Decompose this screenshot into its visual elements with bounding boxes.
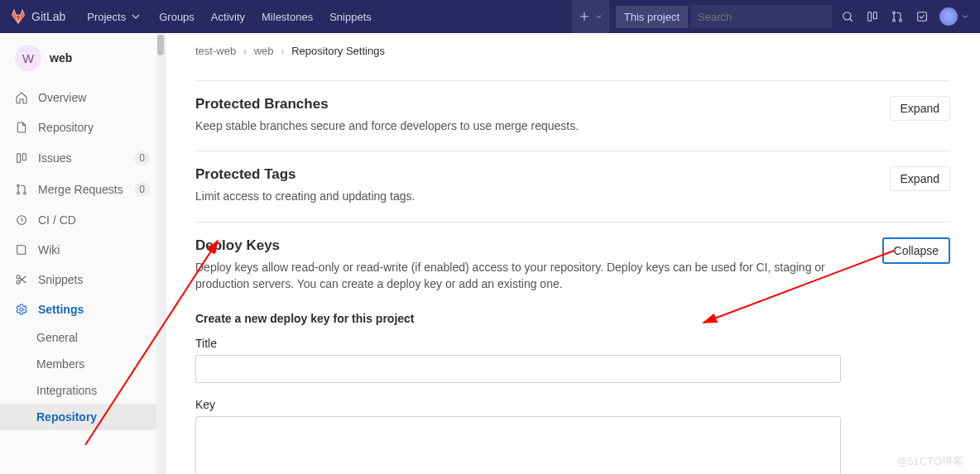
nav-activity[interactable]: Activity bbox=[203, 0, 253, 33]
nav-milestones[interactable]: Milestones bbox=[253, 0, 321, 33]
project-avatar: W bbox=[15, 45, 41, 71]
search-scope[interactable]: This project bbox=[616, 6, 688, 28]
expand-button[interactable]: Expand bbox=[890, 166, 950, 191]
search-icon bbox=[841, 10, 854, 23]
svg-point-4 bbox=[893, 19, 896, 22]
section-title: Deploy Keys bbox=[195, 237, 841, 254]
svg-point-11 bbox=[24, 192, 26, 194]
sidebar: W web Overview Repository Issues0 Merge … bbox=[0, 33, 166, 474]
section-title: Protected Branches bbox=[195, 96, 579, 113]
title-label: Title bbox=[195, 337, 950, 350]
section-desc: Deploy keys allow read-only or read-writ… bbox=[195, 259, 841, 293]
sidebar-project-header[interactable]: W web bbox=[0, 33, 165, 83]
cicd-icon bbox=[15, 213, 28, 227]
breadcrumb: test-web › web › Repository Settings bbox=[195, 45, 950, 57]
search-box bbox=[691, 5, 832, 28]
content-area: test-web › web › Repository Settings Pro… bbox=[166, 33, 980, 474]
nav-projects[interactable]: Projects bbox=[79, 0, 151, 33]
section-protected-branches: Protected Branches Keep stable branches … bbox=[195, 80, 950, 151]
gitlab-icon bbox=[10, 8, 26, 25]
svg-rect-7 bbox=[17, 154, 21, 163]
home-icon bbox=[15, 91, 28, 104]
sidebar-scrollbar[interactable] bbox=[156, 33, 165, 474]
section-deploy-keys: Deploy Keys Deploy keys allow read-only … bbox=[195, 222, 950, 474]
nav-groups[interactable]: Groups bbox=[151, 0, 203, 33]
key-label: Key bbox=[195, 398, 950, 411]
brand-text: GitLab bbox=[31, 10, 65, 23]
chevron-down-icon bbox=[129, 10, 142, 23]
mr-badge: 0 bbox=[134, 182, 150, 197]
watermark: @51CTO博客 bbox=[896, 454, 963, 469]
svg-point-15 bbox=[20, 308, 23, 311]
book-icon bbox=[15, 243, 28, 256]
scissors-icon bbox=[15, 273, 28, 286]
form-header: Create a new deploy key for this project bbox=[195, 312, 950, 325]
merge-request-icon bbox=[891, 10, 904, 23]
collapse-button[interactable]: Collapse bbox=[882, 237, 950, 264]
sidebar-sub-general[interactable]: General bbox=[0, 324, 165, 351]
svg-point-0 bbox=[843, 12, 851, 20]
todo-icon bbox=[915, 10, 929, 23]
nav-mr-icon[interactable] bbox=[885, 10, 910, 23]
expand-button[interactable]: Expand bbox=[890, 96, 950, 121]
top-nav: GitLab Projects Groups Activity Mileston… bbox=[0, 0, 980, 33]
section-title: Protected Tags bbox=[195, 166, 415, 183]
sidebar-item-repository[interactable]: Repository bbox=[0, 113, 165, 142]
sidebar-item-settings[interactable]: Settings bbox=[0, 294, 165, 324]
breadcrumb-project[interactable]: web bbox=[254, 45, 274, 57]
svg-point-9 bbox=[17, 184, 20, 187]
file-icon bbox=[15, 121, 28, 134]
svg-point-13 bbox=[17, 275, 20, 279]
sidebar-item-overview[interactable]: Overview bbox=[0, 83, 165, 113]
project-name: web bbox=[50, 51, 72, 65]
chevron-down-icon bbox=[960, 10, 970, 23]
key-textarea[interactable] bbox=[195, 416, 841, 474]
search-input[interactable] bbox=[698, 11, 825, 23]
sidebar-sub-repository[interactable]: Repository bbox=[0, 404, 165, 430]
nav-issues-icon[interactable] bbox=[860, 10, 885, 23]
nav-snippets[interactable]: Snippets bbox=[321, 0, 380, 33]
sidebar-item-snippets[interactable]: Snippets bbox=[0, 265, 165, 294]
search-button[interactable] bbox=[835, 10, 860, 23]
search-area: This project bbox=[616, 0, 860, 33]
gear-icon bbox=[15, 303, 28, 316]
sidebar-item-wiki[interactable]: Wiki bbox=[0, 235, 165, 265]
svg-rect-8 bbox=[22, 154, 26, 160]
user-avatar[interactable] bbox=[939, 7, 958, 26]
sidebar-item-issues[interactable]: Issues0 bbox=[0, 142, 165, 174]
section-desc: Keep stable branches secure and force de… bbox=[195, 117, 579, 134]
svg-point-5 bbox=[900, 19, 902, 22]
chevron-down-icon bbox=[594, 10, 603, 23]
sidebar-item-cicd[interactable]: CI / CD bbox=[0, 205, 165, 235]
breadcrumb-current: Repository Settings bbox=[291, 45, 385, 57]
title-input[interactable] bbox=[195, 355, 841, 383]
svg-point-3 bbox=[893, 12, 896, 14]
svg-rect-6 bbox=[918, 12, 927, 22]
issues-badge: 0 bbox=[134, 151, 150, 165]
sidebar-item-merge-requests[interactable]: Merge Requests0 bbox=[0, 174, 165, 205]
sidebar-sub-members[interactable]: Members bbox=[0, 351, 165, 377]
sidebar-sub-integrations[interactable]: Integrations bbox=[0, 377, 165, 404]
svg-rect-2 bbox=[873, 12, 877, 19]
section-desc: Limit access to creating and updating ta… bbox=[195, 188, 415, 204]
merge-request-icon bbox=[15, 183, 28, 196]
svg-point-10 bbox=[17, 192, 20, 194]
board-icon bbox=[866, 10, 879, 23]
new-dropdown-button[interactable] bbox=[572, 0, 609, 33]
breadcrumb-root[interactable]: test-web bbox=[195, 45, 236, 57]
plus-icon bbox=[578, 10, 591, 23]
section-protected-tags: Protected Tags Limit access to creating … bbox=[195, 151, 950, 221]
nav-todos-icon[interactable] bbox=[910, 10, 934, 23]
gitlab-logo[interactable]: GitLab bbox=[10, 8, 65, 25]
svg-rect-1 bbox=[868, 12, 872, 22]
svg-point-14 bbox=[17, 280, 20, 284]
board-icon bbox=[15, 151, 28, 165]
